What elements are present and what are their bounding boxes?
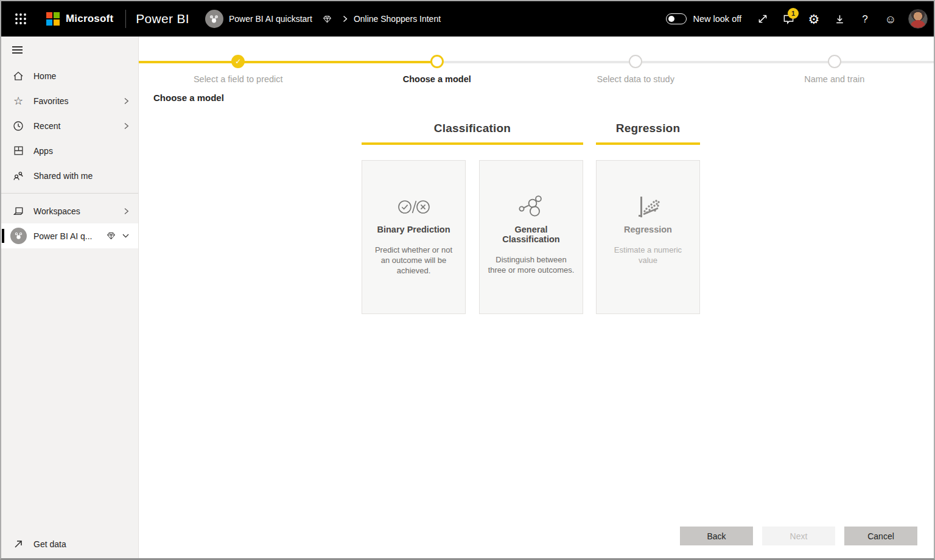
- check-icon: ✓: [235, 57, 241, 66]
- chevron-right-icon: [123, 97, 130, 105]
- group-title: Classification: [362, 122, 583, 135]
- expand-fullscreen-icon[interactable]: [750, 7, 776, 31]
- sidebar-divider: [1, 193, 138, 194]
- chevron-down-icon[interactable]: [122, 233, 130, 239]
- cancel-button[interactable]: Cancel: [844, 527, 917, 545]
- top-header-bar: Microsoft Power BI Power BI AI quickstar…: [1, 1, 934, 37]
- powerbi-app-window: Microsoft Power BI Power BI AI quickstar…: [0, 0, 935, 560]
- get-data-button[interactable]: Get data: [1, 530, 138, 558]
- download-icon[interactable]: [827, 7, 852, 31]
- breadcrumb: Power BI AI quickstart Online Shoppers I…: [205, 10, 441, 28]
- step-2-dot[interactable]: [430, 55, 444, 68]
- premium-gem-icon: [107, 231, 116, 240]
- step-1-label: Select a field to predict: [139, 74, 338, 84]
- apps-grid-icon: [12, 145, 24, 156]
- sidebar-item-current-workspace[interactable]: Power BI AI q...: [1, 223, 138, 248]
- robot-icon: [209, 14, 219, 24]
- card-description: Estimate a numeric value: [604, 245, 692, 265]
- sidebar-item-workspaces[interactable]: Workspaces: [1, 198, 138, 223]
- sidebar-item-label: Home: [33, 71, 130, 81]
- chevron-right-icon: [123, 122, 130, 130]
- back-button[interactable]: Back: [680, 527, 753, 545]
- microsoft-wordmark: Microsoft: [66, 13, 113, 25]
- group-underline: [362, 142, 583, 145]
- sidebar-item-label: Power BI AI q...: [33, 231, 107, 241]
- workspace-avatar: [10, 228, 27, 244]
- home-icon: [12, 71, 24, 82]
- microsoft-logo[interactable]: Microsoft: [46, 12, 113, 26]
- general-classification-card[interactable]: General Classification Distinguish betwe…: [479, 160, 583, 314]
- toggle-knob: [668, 16, 674, 22]
- wizard-stepper: ✓ Select a field to predict Choose a mod…: [139, 55, 934, 84]
- premium-gem-icon: [323, 15, 332, 24]
- main-content: ✓ Select a field to predict Choose a mod…: [139, 37, 934, 558]
- step-3-dot[interactable]: [629, 55, 642, 68]
- group-title: Regression: [596, 122, 700, 135]
- regression-card[interactable]: Regression Estimate a numeric value: [596, 160, 700, 314]
- card-title: Regression: [604, 225, 692, 234]
- regression-scatter-icon: [604, 194, 692, 220]
- left-nav-sidebar: Home ☆ Favorites Recent: [1, 37, 139, 558]
- next-button[interactable]: Next: [762, 527, 835, 545]
- sidebar-item-recent[interactable]: Recent: [1, 113, 138, 138]
- card-description: Predict whether or not an outcome will b…: [369, 245, 458, 276]
- regression-group-header: Regression: [596, 122, 700, 145]
- sidebar-item-shared-with-me[interactable]: Shared with me: [1, 163, 138, 188]
- model-selection-area: Classification: [362, 122, 700, 314]
- step-2-label: Choose a model: [338, 74, 537, 84]
- sidebar-item-apps[interactable]: Apps: [1, 138, 138, 163]
- breadcrumb-workspace[interactable]: Power BI AI quickstart: [229, 14, 312, 24]
- sidebar-item-label: Workspaces: [33, 206, 123, 216]
- get-data-arrow-icon: [12, 539, 24, 549]
- app-launcher-waffle-icon[interactable]: [9, 7, 33, 31]
- sidebar-item-label: Apps: [33, 146, 130, 156]
- people-icon: [12, 170, 24, 181]
- workspace-avatar: [205, 10, 223, 28]
- sidebar-item-label: Shared with me: [33, 171, 130, 181]
- waffle-icon: [14, 12, 27, 26]
- powerbi-wordmark[interactable]: Power BI: [136, 12, 189, 26]
- general-classification-icon: [487, 194, 575, 220]
- header-divider: [125, 10, 126, 28]
- new-look-label[interactable]: New look off: [693, 14, 741, 24]
- workspaces-icon: [12, 206, 24, 217]
- comments-notifications-icon[interactable]: 1: [776, 7, 801, 31]
- binary-prediction-card[interactable]: Binary Prediction Predict whether or not…: [362, 160, 466, 314]
- step-3-label: Select data to study: [536, 74, 735, 84]
- help-icon[interactable]: ?: [852, 7, 878, 31]
- group-underline: [596, 142, 700, 145]
- binary-prediction-icon: [369, 194, 458, 220]
- card-title: General Classification: [487, 225, 575, 244]
- header-actions: New look off 1 ⚙ ? ☺: [666, 7, 928, 31]
- classification-group-header: Classification: [362, 122, 583, 145]
- regression-group: Regression: [596, 122, 700, 314]
- feedback-smiley-icon[interactable]: ☺: [878, 7, 903, 31]
- breadcrumb-page[interactable]: Online Shoppers Intent: [354, 14, 441, 24]
- chevron-right-icon: [123, 208, 130, 215]
- star-icon: ☆: [12, 94, 24, 108]
- clock-icon: [12, 121, 24, 131]
- step-1-dot[interactable]: ✓: [231, 55, 245, 68]
- new-look-toggle[interactable]: [666, 13, 687, 24]
- sidebar-item-label: Favorites: [33, 96, 123, 106]
- notification-badge: 1: [788, 8, 799, 19]
- hamburger-icon: [12, 44, 23, 55]
- user-avatar[interactable]: [908, 9, 928, 29]
- nav-collapse-button[interactable]: [1, 37, 138, 63]
- sidebar-item-label: Recent: [33, 121, 123, 131]
- breadcrumb-chevron-icon: [342, 15, 348, 23]
- wizard-footer-buttons: Back Next Cancel: [680, 527, 917, 545]
- settings-gear-icon[interactable]: ⚙: [801, 7, 827, 31]
- page-title: Choose a model: [153, 93, 224, 103]
- get-data-label: Get data: [33, 539, 130, 549]
- card-description: Distinguish between three or more outcom…: [487, 254, 575, 275]
- sidebar-item-home[interactable]: Home: [1, 63, 138, 88]
- step-4-label: Name and train: [735, 74, 934, 84]
- card-title: Binary Prediction: [369, 225, 458, 234]
- microsoft-logo-icon: [46, 12, 60, 26]
- classification-group: Classification: [362, 122, 583, 314]
- sidebar-item-favorites[interactable]: ☆ Favorites: [1, 88, 138, 113]
- step-4-dot[interactable]: [828, 55, 841, 68]
